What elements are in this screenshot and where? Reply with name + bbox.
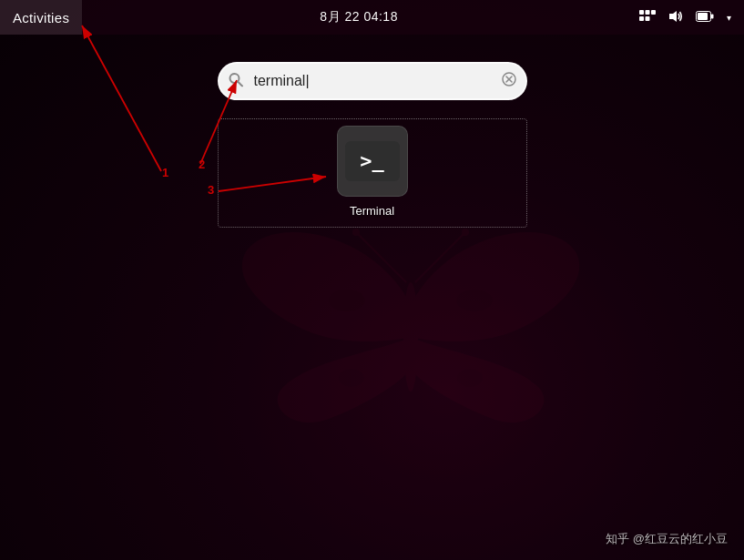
terminal-icon: >_: [345, 141, 400, 181]
search-bar-container: [218, 62, 527, 100]
top-bar-system-tray: ▾: [636, 6, 744, 29]
svg-rect-9: [639, 10, 644, 15]
svg-rect-16: [698, 13, 708, 20]
watermark-text: 知乎 @红豆云的红小豆: [606, 532, 728, 545]
search-icon: [229, 73, 243, 90]
volume-icon[interactable]: [665, 6, 687, 29]
svg-rect-12: [639, 16, 644, 21]
search-overlay: >_ Terminal: [0, 35, 744, 560]
network-icon[interactable]: [636, 6, 659, 29]
activities-label: Activities: [13, 10, 69, 25]
app-results-grid: >_ Terminal: [331, 126, 413, 218]
svg-line-19: [238, 82, 242, 87]
svg-rect-11: [651, 10, 656, 15]
terminal-icon-bg: >_: [337, 126, 408, 197]
search-clear-button[interactable]: [502, 72, 516, 90]
svg-rect-17: [711, 15, 714, 19]
watermark: 知乎 @红豆云的红小豆: [606, 531, 728, 547]
activities-button[interactable]: Activities: [0, 0, 82, 35]
svg-marker-14: [669, 11, 677, 22]
top-bar-clock: 8月 22 04:18: [82, 9, 636, 25]
datetime-display: 8月 22 04:18: [320, 9, 398, 25]
svg-rect-13: [646, 16, 650, 21]
svg-rect-10: [646, 10, 650, 15]
app-label-terminal: Terminal: [350, 204, 394, 218]
search-input[interactable]: [218, 62, 527, 100]
app-item-terminal[interactable]: >_ Terminal: [331, 126, 413, 218]
terminal-prompt-symbol: >_: [360, 151, 384, 171]
battery-icon[interactable]: [692, 6, 718, 28]
top-bar: Activities 8月 22 04:18: [0, 0, 744, 35]
system-menu-arrow-icon[interactable]: ▾: [723, 9, 735, 26]
